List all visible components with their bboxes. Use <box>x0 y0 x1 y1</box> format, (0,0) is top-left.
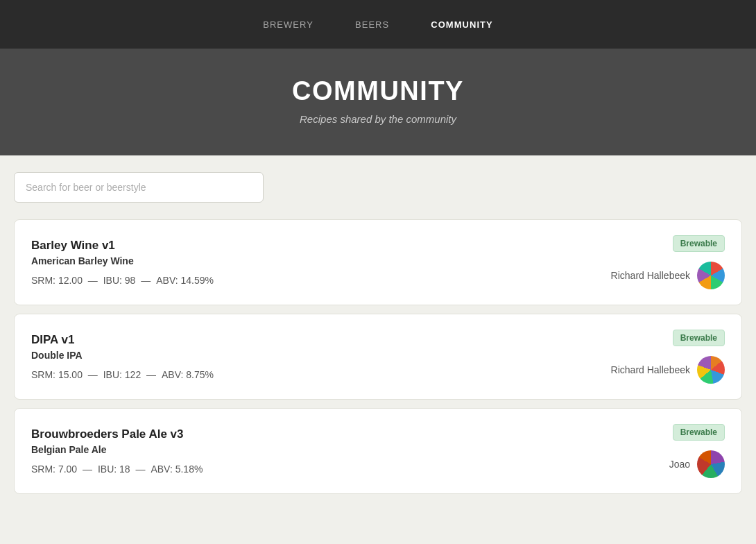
recipe-info: DIPA v1 Double IPA SRM: 15.00 — IBU: 122… <box>31 333 611 380</box>
recipe-card[interactable]: DIPA v1 Double IPA SRM: 15.00 — IBU: 122… <box>14 314 742 400</box>
recipe-info: Barley Wine v1 American Barley Wine SRM:… <box>31 239 611 286</box>
recipe-style: American Barley Wine <box>31 255 611 266</box>
recipe-style: Belgian Pale Ale <box>31 444 669 455</box>
recipe-right: Brewable Richard Hallebeek <box>611 330 725 384</box>
main-nav: BREWERY BEERS COMMUNITY <box>0 0 756 49</box>
main-content: Barley Wine v1 American Barley Wine SRM:… <box>0 155 756 519</box>
recipe-card[interactable]: Barley Wine v1 American Barley Wine SRM:… <box>14 219 742 305</box>
author-row: Richard Hallebeek <box>611 356 725 384</box>
search-container <box>14 172 742 203</box>
author-row: Joao <box>669 450 725 478</box>
brewable-badge: Brewable <box>673 330 725 346</box>
hero-title: COMMUNITY <box>14 76 742 106</box>
author-name: Richard Hallebeek <box>611 270 690 281</box>
author-name: Joao <box>669 459 690 470</box>
recipe-stats: SRM: 12.00 — IBU: 98 — ABV: 14.59% <box>31 275 611 286</box>
recipe-card[interactable]: Brouwbroeders Pale Ale v3 Belgian Pale A… <box>14 408 742 494</box>
author-avatar <box>697 262 725 289</box>
recipe-right: Brewable Richard Hallebeek <box>611 235 725 289</box>
author-row: Richard Hallebeek <box>611 262 725 289</box>
recipe-style: Double IPA <box>31 350 611 361</box>
recipe-right: Brewable Joao <box>669 424 725 478</box>
nav-beers[interactable]: BEERS <box>355 19 389 30</box>
brewable-badge: Brewable <box>673 424 725 441</box>
author-name: Richard Hallebeek <box>611 364 690 375</box>
author-avatar <box>697 356 725 384</box>
recipe-info: Brouwbroeders Pale Ale v3 Belgian Pale A… <box>31 427 669 475</box>
nav-brewery[interactable]: BREWERY <box>263 19 313 30</box>
hero-subtitle: Recipes shared by the community <box>14 113 742 125</box>
recipe-name: Barley Wine v1 <box>31 239 611 253</box>
recipe-stats: SRM: 15.00 — IBU: 122 — ABV: 8.75% <box>31 369 611 380</box>
recipe-stats: SRM: 7.00 — IBU: 18 — ABV: 5.18% <box>31 464 669 475</box>
search-input[interactable] <box>14 172 264 203</box>
nav-community[interactable]: COMMUNITY <box>431 19 493 30</box>
recipe-name: DIPA v1 <box>31 333 611 347</box>
hero-section: COMMUNITY Recipes shared by the communit… <box>0 49 756 155</box>
recipe-name: Brouwbroeders Pale Ale v3 <box>31 427 669 441</box>
author-avatar <box>697 450 725 478</box>
recipe-list: Barley Wine v1 American Barley Wine SRM:… <box>14 219 742 502</box>
brewable-badge: Brewable <box>673 235 725 252</box>
